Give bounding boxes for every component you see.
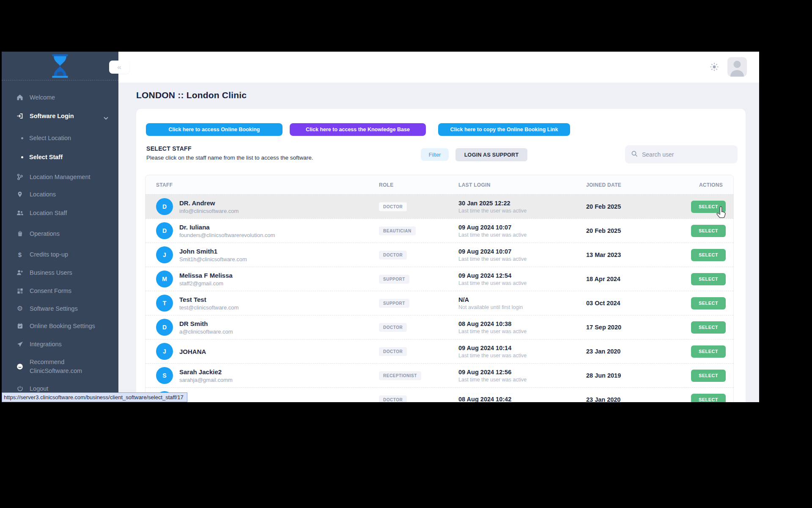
sidebar-item-operations[interactable]: Operations (2, 225, 118, 242)
role-badge: SUPPORT (379, 299, 409, 308)
dollar-icon: $ (16, 251, 24, 258)
avatar: D (156, 198, 173, 215)
paper-plane-icon (16, 341, 24, 348)
last-login: 09 Aug 2024 10:07 (458, 248, 573, 255)
staff-name[interactable]: Melissa F Melissa (179, 272, 233, 279)
staff-table: STAFF ROLE LAST LOGIN JOINED DATE ACTION… (145, 175, 734, 402)
staff-name[interactable]: Sarah Jackie2 (179, 368, 233, 375)
last-login-note: Last time the user was active (458, 329, 573, 334)
sidebar-item-label: Location Staff (30, 210, 67, 216)
login-icon (16, 113, 24, 119)
sidebar-item-software-settings[interactable]: ⚙ Software Settings (2, 300, 118, 317)
staff-name[interactable]: Test Test (179, 296, 239, 303)
table-row[interactable]: D DR Smith a@clinicsoftware.com DOCTOR 0… (145, 315, 733, 339)
sidebar-item-label: Online Booking Settings (30, 323, 95, 329)
table-row[interactable]: J JOHANA DOCTOR 09 Aug 2024 10:14 Last t… (145, 339, 733, 363)
calendar-check-icon (16, 323, 24, 329)
select-button[interactable]: SELECT (691, 345, 726, 358)
select-button[interactable]: SELECT (691, 225, 726, 237)
select-button[interactable]: SELECT (691, 297, 726, 309)
last-login: 08 Aug 2024 10:42 (458, 396, 573, 403)
sidebar-item-online-booking-settings[interactable]: Online Booking Settings (2, 318, 118, 334)
hand-cursor-icon (716, 206, 727, 221)
table-row[interactable]: D Dr. Iuliana founders@clinicsoftwarerev… (145, 218, 733, 243)
sidebar-item-credits-top-up[interactable]: $ Credits top-up (2, 246, 118, 263)
select-button[interactable]: SELECT (691, 273, 726, 285)
table-row[interactable]: DOCTOR 08 Aug 2024 10:42 23 Jan 2020 SEL… (145, 387, 733, 402)
last-login: 30 Jan 2025 12:22 (458, 200, 573, 207)
sidebar-item-location-management[interactable]: Location Management (2, 168, 118, 185)
filter-button[interactable]: Filter (421, 148, 449, 161)
select-button[interactable]: SELECT (691, 370, 726, 382)
top-header (118, 52, 759, 83)
last-login-note: Last time the user was active (458, 232, 573, 238)
last-login: 09 Aug 2024 10:07 (458, 224, 573, 231)
sidebar-item-business-users[interactable]: Business Users (2, 264, 118, 281)
gear-icon: ⚙ (16, 305, 24, 312)
select-button[interactable]: SELECT (691, 321, 726, 334)
bullet-icon (21, 137, 23, 139)
last-login-note: Last time the user was active (458, 377, 573, 383)
joined-date: 17 Sep 2020 (573, 324, 671, 331)
sidebar-item-select-staff[interactable]: Select Staff (2, 149, 118, 166)
access-online-booking-button[interactable]: Click here to access Online Booking (146, 123, 283, 136)
status-bar-url: https://server3.clinicsoftware.com/busin… (2, 392, 187, 402)
staff-name[interactable]: DR Smith (179, 320, 233, 327)
hourglass-logo-icon (49, 54, 71, 78)
people-icon (16, 210, 24, 216)
select-button[interactable]: SELECT (691, 249, 726, 261)
map-pin-icon (16, 191, 24, 198)
select-staff-card: Click here to access Online Booking Clic… (136, 109, 746, 402)
search-box (625, 145, 738, 163)
access-knowledge-base-button[interactable]: Click here to access the Knowledge Base (290, 123, 426, 136)
table-row[interactable]: D DR. Andrew info@clinicsoftware.com DOC… (145, 194, 733, 218)
sidebar-item-label: Credits top-up (30, 251, 68, 258)
sidebar-item-welcome[interactable]: Welcome (2, 89, 118, 106)
sidebar-item-select-location[interactable]: Select Location (2, 130, 118, 146)
sidebar-collapse-button[interactable]: « (109, 61, 129, 74)
sitemap-icon (16, 174, 24, 180)
search-input[interactable] (642, 151, 727, 158)
table-row[interactable]: M Melissa F Melissa staff2@gmail.com SUP… (145, 267, 733, 291)
staff-name[interactable]: John Smith1 (179, 248, 247, 255)
sidebar-item-label: Consent Forms (30, 287, 71, 294)
app-window: Welcome Software Login Select Location S… (2, 52, 759, 402)
grid-icon (16, 288, 24, 294)
sidebar-item-recommend[interactable]: Recommend ClinicSoftware.com (2, 355, 118, 378)
sidebar-item-label: Software Settings (30, 305, 78, 312)
table-row[interactable]: S Sarah Jackie2 sarahja@gmail.comm RECEP… (145, 363, 733, 387)
user-plus-icon (16, 269, 24, 276)
staff-email: founders@clinicsoftwarerevolution.com (179, 232, 275, 238)
role-badge: DOCTOR (379, 347, 407, 356)
joined-date: 23 Jan 2020 (573, 396, 671, 402)
role-badge: SUPPORT (379, 275, 409, 284)
col-header-actions: ACTIONS (671, 182, 726, 188)
sidebar-item-location-staff[interactable]: Location Staff (2, 204, 118, 221)
sidebar-item-integrations[interactable]: Integrations (2, 336, 118, 353)
last-login-note: Last time the user was active (458, 280, 573, 286)
theme-toggle-icon[interactable] (710, 62, 719, 73)
last-login-note: Last time the user was active (458, 353, 573, 359)
staff-name[interactable]: Dr. Iuliana (179, 224, 275, 231)
staff-name[interactable]: JOHANA (179, 348, 206, 355)
avatar: D (156, 222, 173, 239)
role-badge: BEAUTICIAN (379, 226, 416, 235)
sidebar-item-consent-forms[interactable]: Consent Forms (2, 282, 118, 299)
login-as-support-button[interactable]: LOGIN AS SUPPORT (455, 148, 527, 161)
sidebar-item-software-login[interactable]: Software Login (2, 108, 118, 124)
last-login: 09 Aug 2024 10:14 (458, 345, 573, 351)
last-login: N/A (458, 296, 573, 303)
sidebar-item-label: Select Staff (29, 154, 63, 160)
col-header-joined-date: JOINED DATE (573, 182, 671, 188)
table-row[interactable]: T Test Test test@clinicsoftware.com SUPP… (145, 291, 733, 315)
copy-online-booking-link-button[interactable]: Click here to copy the Online Booking Li… (438, 123, 570, 136)
user-avatar[interactable] (727, 57, 747, 77)
staff-name[interactable]: DR. Andrew (179, 199, 239, 207)
last-login-note: Last time the user was active (458, 208, 573, 214)
avatar: S (156, 367, 173, 384)
sidebar-item-label: Logout (30, 385, 48, 392)
sidebar: Welcome Software Login Select Location S… (2, 52, 118, 402)
sidebar-item-locations[interactable]: Locations (2, 186, 118, 203)
select-button[interactable]: SELECT (691, 394, 726, 403)
table-row[interactable]: J John Smith1 Smit1h@clinicsoftware.com … (145, 243, 733, 267)
